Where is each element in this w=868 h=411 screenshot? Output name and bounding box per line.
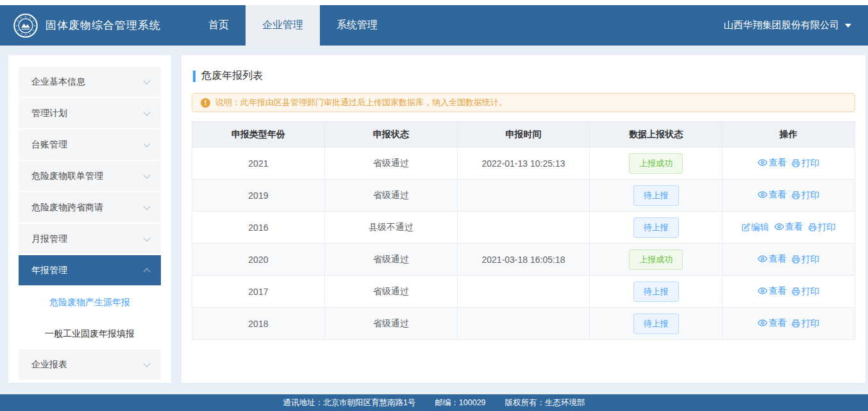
cell-report-status: 省级通过	[324, 276, 457, 308]
printer-icon	[792, 287, 800, 296]
edit-link[interactable]: 编辑	[742, 222, 769, 233]
nav-tabs: 首页企业管理系统管理	[192, 5, 394, 46]
sidebar-subitem[interactable]: 危险废物产生源年报	[19, 287, 161, 318]
view-link-label: 查看	[769, 285, 787, 297]
caret-down-icon	[845, 24, 851, 28]
view-link-label: 查看	[769, 157, 787, 169]
print-link-label: 打印	[818, 222, 836, 233]
cell-report-time	[457, 276, 590, 308]
sidebar: 企业基本信息管理计划台账管理危险废物联单管理危险废物跨省商请月报管理年报管理危险…	[8, 55, 171, 383]
print-link-label: 打印	[801, 286, 819, 298]
sidebar-item-label: 台账管理	[31, 139, 67, 151]
eye-icon	[758, 158, 767, 167]
eye-icon	[758, 254, 767, 264]
sidebar-item[interactable]: 危险废物联单管理	[19, 161, 161, 191]
upload-status-badge[interactable]: 待上报	[633, 217, 679, 238]
navbar: 固体废物综合管理系统 首页企业管理系统管理 山西华翔集团股份有限公司	[0, 5, 868, 46]
cell-report-year: 2018	[192, 308, 325, 340]
top-strip	[0, 0, 868, 5]
view-link[interactable]: 查看	[758, 317, 787, 329]
chevron-down-icon	[143, 234, 150, 241]
chevron-down-icon	[143, 203, 150, 210]
print-link[interactable]: 打印	[792, 158, 819, 169]
upload-status-badge[interactable]: 上报成功	[629, 249, 683, 270]
upload-status-badge[interactable]: 待上报	[633, 281, 679, 302]
printer-icon	[792, 159, 800, 167]
table-row: 2016县级不通过待上报编辑查看打印	[192, 212, 855, 244]
report-table: 申报类型年份申报状态申报时间数据上报状态操作 2021省级通过2022-01-1…	[192, 121, 855, 340]
cell-upload-status: 待上报	[590, 180, 722, 212]
printer-icon	[792, 191, 800, 199]
upload-status-badge[interactable]: 待上报	[633, 314, 679, 334]
print-link[interactable]: 打印	[792, 286, 819, 298]
upload-status-badge[interactable]: 上报成功	[629, 153, 683, 174]
cell-report-time: 2021-03-18 16:05:18	[457, 244, 590, 276]
printer-icon	[792, 319, 800, 328]
print-link[interactable]: 打印	[792, 254, 819, 265]
sidebar-item[interactable]: 月报管理	[19, 224, 161, 254]
nav-tab-2[interactable]: 系统管理	[320, 5, 394, 46]
info-alert: ! 说明：此年报由区县管理部门审批通过后上传国家数据库，纳入全国数据统计。	[192, 93, 855, 112]
chevron-down-icon	[143, 140, 150, 147]
column-header: 操作	[722, 122, 855, 147]
column-header: 申报类型年份	[192, 122, 325, 147]
edit-icon	[742, 223, 750, 231]
nav-tab-1[interactable]: 企业管理	[246, 5, 320, 46]
view-link[interactable]: 查看	[758, 253, 787, 265]
cell-actions: 查看打印	[722, 244, 855, 276]
column-header: 数据上报状态	[590, 122, 722, 147]
sidebar-item-label: 管理计划	[31, 108, 67, 119]
print-link[interactable]: 打印	[792, 190, 819, 201]
sidebar-item-label: 企业基本信息	[31, 76, 85, 88]
view-link[interactable]: 查看	[774, 221, 803, 233]
footer-postcode: 邮编：100029	[435, 398, 485, 408]
eye-icon	[758, 190, 767, 199]
nav-tab-0[interactable]: 首页	[192, 5, 246, 46]
cell-report-year: 2020	[192, 244, 325, 276]
edit-link-label: 编辑	[751, 222, 769, 233]
company-name: 山西华翔集团股份有限公司	[724, 19, 839, 31]
print-link-label: 打印	[801, 318, 819, 330]
view-link-label: 查看	[769, 317, 787, 329]
main-panel: 危废年报列表 ! 说明：此年报由区县管理部门审批通过后上传国家数据库，纳入全国数…	[181, 55, 865, 383]
sidebar-subitem[interactable]: 一般工业固废年报填报	[19, 318, 161, 349]
sidebar-item[interactable]: 企业报表	[19, 349, 161, 380]
view-link[interactable]: 查看	[758, 189, 787, 201]
cell-upload-status: 上报成功	[590, 244, 722, 276]
cell-report-status: 县级不通过	[324, 212, 457, 244]
cell-upload-status: 待上报	[590, 212, 722, 244]
company-menu[interactable]: 山西华翔集团股份有限公司	[724, 5, 868, 46]
print-link[interactable]: 打印	[792, 318, 819, 330]
chevron-down-icon	[143, 108, 150, 115]
sidebar-item[interactable]: 企业基本信息	[19, 67, 161, 97]
eye-icon	[758, 286, 767, 296]
upload-status-badge[interactable]: 待上报	[633, 185, 679, 206]
print-link-label: 打印	[801, 254, 819, 265]
column-header: 申报时间	[457, 122, 590, 147]
title-accent-bar	[193, 71, 196, 82]
cell-report-time: 2022-01-13 10:25:13	[457, 147, 590, 180]
footer-address: 通讯地址：北京市朝阳区育慧南路1号	[283, 398, 415, 408]
cell-upload-status: 上报成功	[590, 147, 722, 180]
print-link[interactable]: 打印	[808, 222, 836, 233]
cell-upload-status: 待上报	[590, 308, 722, 340]
view-link-label: 查看	[785, 221, 803, 233]
alert-text: 说明：此年报由区县管理部门审批通过后上传国家数据库，纳入全国数据统计。	[215, 97, 507, 108]
view-link[interactable]: 查看	[758, 285, 787, 297]
sidebar-item[interactable]: 危险废物跨省商请	[19, 192, 161, 222]
cell-actions: 查看打印	[722, 180, 855, 212]
sidebar-item[interactable]: 管理计划	[19, 98, 161, 128]
sidebar-item-label: 危险废物跨省商请	[31, 202, 103, 214]
view-link[interactable]: 查看	[758, 157, 787, 169]
app-title: 固体废物综合管理系统	[46, 18, 161, 33]
cell-report-status: 省级通过	[324, 147, 457, 180]
report-table-body: 2021省级通过2022-01-13 10:25:13上报成功查看打印2019省…	[192, 147, 855, 340]
table-row: 2021省级通过2022-01-13 10:25:13上报成功查看打印	[192, 147, 855, 180]
sidebar-item[interactable]: 台账管理	[19, 130, 161, 160]
cell-upload-status: 待上报	[590, 276, 722, 308]
brand: 固体废物综合管理系统	[0, 5, 161, 46]
sidebar-item-label: 月报管理	[31, 233, 67, 245]
sidebar-item[interactable]: 年报管理	[19, 255, 161, 285]
sidebar-item-label: 年报管理	[31, 265, 67, 276]
printer-icon	[808, 223, 817, 231]
